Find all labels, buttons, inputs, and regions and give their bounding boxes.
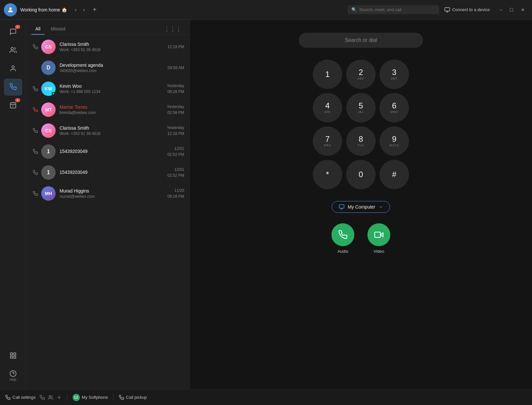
dial-key-9[interactable]: 9 WXYZ <box>380 126 409 156</box>
tab-bar: All Missed ⋮⋮⋮ <box>26 20 189 35</box>
call-item-marise[interactable]: MT Marise Torres brenda@webex.com Yester… <box>26 99 189 120</box>
minimize-button[interactable]: − <box>496 6 505 14</box>
dial-key-4[interactable]: 4 GHI <box>313 93 342 122</box>
sidebar-item-calls[interactable] <box>4 79 22 96</box>
maximize-button[interactable]: ☐ <box>506 6 517 14</box>
call-pickup-item[interactable]: Call pickup <box>119 395 147 400</box>
device-selector[interactable]: My Computer <box>332 201 390 213</box>
sidebar-item-calendar[interactable]: 17 3 <box>4 97 22 114</box>
left-panel: All Missed ⋮⋮⋮ CS Clarissa Smith Work: +… <box>26 20 190 389</box>
monitor-icon <box>339 204 345 210</box>
dial-letters: GHI <box>324 110 330 114</box>
call-time: 12/0102:52 PM <box>168 167 184 178</box>
svg-point-0 <box>9 7 11 9</box>
call-actions: Audio Video <box>331 223 390 254</box>
dial-key-3[interactable]: 3 DEF <box>380 60 409 89</box>
right-panel: Search or dial 1 2 ABC 3 DEF 4 GHI 5 JKL <box>190 20 532 389</box>
call-item-dev[interactable]: D Development agenda 340620@webex.com 09… <box>26 57 189 78</box>
missed-call-icon <box>31 107 39 112</box>
nav-forward-button[interactable]: › <box>80 6 87 14</box>
call-item-murad[interactable]: MH Murad Higgins murad@webex.com 11/2009… <box>26 183 189 204</box>
call-item-kevin[interactable]: KW Kevin Woo Work: +1 888 555 1234 Yeste… <box>26 78 189 99</box>
call-sub: Work: +353 91 38 4618 <box>60 131 164 136</box>
search-dial-placeholder: Search or dial <box>345 37 377 43</box>
sidebar: 2 17 3 <box>0 20 26 389</box>
my-softphone-item[interactable]: L1 My Softphone <box>73 394 108 401</box>
teams-icon <box>9 46 17 54</box>
search-dial-input[interactable]: Search or dial <box>299 33 423 48</box>
calls-icon <box>9 83 17 90</box>
svg-rect-17 <box>375 232 381 237</box>
new-tab-button[interactable]: + <box>90 5 99 15</box>
dial-letters: PRS <box>324 144 331 147</box>
call-item-clarissa-1[interactable]: CS Clarissa Smith Work: +353 91 38 4618 … <box>26 36 189 57</box>
call-time: 12/0102:52 PM <box>168 146 184 157</box>
dial-key-7[interactable]: 7 PRS <box>313 126 342 156</box>
call-name-missed: Marise Torres <box>60 104 164 110</box>
people-icon <box>9 65 17 72</box>
svg-rect-15 <box>339 205 344 208</box>
dial-key-6[interactable]: 6 MNO <box>380 93 409 122</box>
call-name: Development agenda <box>60 63 165 68</box>
connect-device-button[interactable]: Connect to a device <box>444 7 490 13</box>
chat-badge: 2 <box>15 25 20 29</box>
search-input[interactable] <box>359 7 435 12</box>
chat-icon <box>9 28 17 35</box>
audio-call-button[interactable]: Audio <box>331 223 354 254</box>
statusbar-divider-2 <box>113 394 114 401</box>
search-bar[interactable]: 🔍 <box>347 5 439 14</box>
video-label: Video <box>373 249 384 254</box>
phone-icon <box>31 128 39 133</box>
svg-rect-9 <box>10 353 12 355</box>
dial-key-star[interactable]: * <box>313 160 342 189</box>
tab-more-button[interactable]: ⋮⋮⋮ <box>161 24 184 34</box>
status-icons <box>40 395 62 400</box>
window-controls: − ☐ ✕ <box>496 6 528 14</box>
call-name: 15439203049 <box>60 149 165 154</box>
dial-num: 9 <box>392 135 396 143</box>
phone-icon <box>31 44 39 49</box>
avatar[interactable] <box>4 3 17 16</box>
close-button[interactable]: ✕ <box>518 6 528 14</box>
call-item-clarissa-2[interactable]: CS Clarissa Smith Work: +353 91 38 4618 … <box>26 120 189 141</box>
video-call-circle[interactable] <box>367 223 390 246</box>
call-list: CS Clarissa Smith Work: +353 91 38 4618 … <box>26 35 189 389</box>
connect-device-label: Connect to a device <box>452 7 490 12</box>
dial-key-5[interactable]: 5 JKL <box>346 93 376 122</box>
statusbar-divider <box>67 394 67 401</box>
dial-key-0[interactable]: 0 <box>346 160 376 189</box>
sidebar-item-teams[interactable] <box>4 42 22 59</box>
sidebar-item-help[interactable]: Help <box>4 367 22 384</box>
dial-letters: WXYZ <box>389 144 399 147</box>
call-item-num2[interactable]: 1 15439203049 12/0102:52 PM <box>26 162 189 183</box>
call-settings-icon <box>5 395 10 400</box>
sidebar-item-people[interactable] <box>4 60 22 77</box>
dial-key-hash[interactable]: # <box>380 160 409 189</box>
call-settings-item[interactable]: Call settings <box>5 395 36 400</box>
dialpad: 1 2 ABC 3 DEF 4 GHI 5 JKL 6 MNO <box>313 60 409 189</box>
dial-letters: DEF <box>391 77 398 80</box>
svg-point-18 <box>49 396 51 397</box>
video-call-button[interactable]: Video <box>367 223 390 254</box>
my-softphone-label: My Softphone <box>82 395 108 400</box>
tab-all[interactable]: All <box>31 24 44 35</box>
tab-missed[interactable]: Missed <box>47 24 69 35</box>
dial-key-8[interactable]: 8 TUV <box>346 126 376 156</box>
phone-icon <box>31 170 39 175</box>
status-icon-2 <box>48 395 53 400</box>
nav-back-button[interactable]: ‹ <box>72 6 79 14</box>
avatar-murad: MH <box>41 186 56 201</box>
call-time: Yesterday12:18 PM <box>167 125 184 137</box>
device-label: My Computer <box>348 204 375 210</box>
workspace-title: Working from home 🏠 <box>20 7 67 12</box>
dial-key-1[interactable]: 1 <box>313 60 342 89</box>
sidebar-item-chat[interactable]: 2 <box>4 24 22 41</box>
call-time: Yesterday09:28 PM <box>167 83 184 95</box>
softphone-badge: L1 <box>73 394 80 401</box>
dial-num: 2 <box>359 68 363 76</box>
dial-key-2[interactable]: 2 ABC <box>346 60 376 89</box>
sidebar-item-apps[interactable] <box>4 347 22 364</box>
call-item-num1[interactable]: 1 15439203049 12/0102:52 PM <box>26 141 189 162</box>
audio-call-circle[interactable] <box>331 223 354 246</box>
call-sub: brenda@webex.com <box>60 110 164 115</box>
